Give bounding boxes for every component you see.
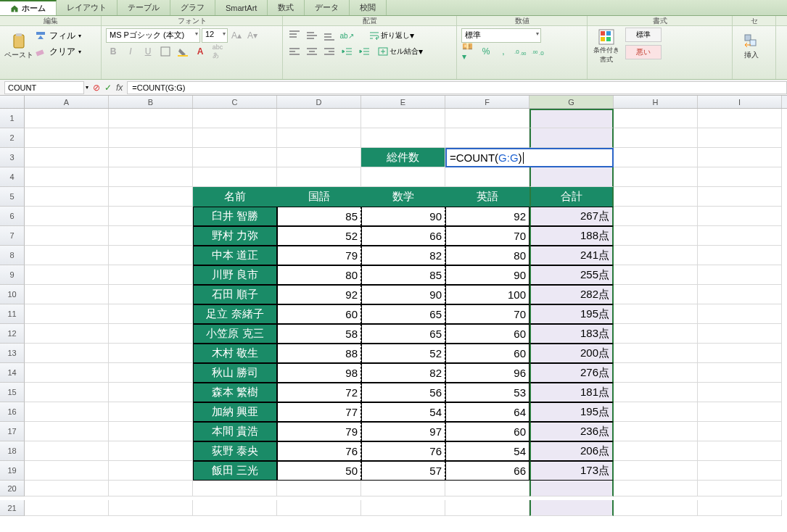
cell-C14[interactable]: 秋山 勝司 xyxy=(193,363,277,383)
col-A[interactable]: A xyxy=(25,96,109,108)
cell-I15[interactable] xyxy=(698,383,782,402)
cell-B14[interactable] xyxy=(109,363,193,383)
cell-F18[interactable]: 54 xyxy=(445,441,530,461)
cell-B18[interactable] xyxy=(109,441,193,461)
cell-E18[interactable]: 76 xyxy=(361,441,445,461)
cell-F13[interactable]: 60 xyxy=(445,344,530,363)
cell-G6[interactable]: 267点 xyxy=(530,207,614,226)
col-F[interactable]: F xyxy=(445,96,530,108)
cell-C20[interactable] xyxy=(193,481,277,496)
col-G[interactable]: G xyxy=(530,96,614,108)
phonetic-button[interactable]: abcあ xyxy=(210,45,225,58)
cell-F7[interactable]: 70 xyxy=(445,226,530,246)
cell-C21[interactable] xyxy=(193,500,277,516)
cell-G13[interactable]: 200点 xyxy=(530,344,614,363)
cell-I20[interactable] xyxy=(698,481,782,496)
cell-C18[interactable]: 荻野 泰央 xyxy=(193,441,277,461)
cell-G16[interactable]: 195点 xyxy=(530,402,614,422)
col-C[interactable]: C xyxy=(193,96,277,108)
cell-D13[interactable]: 88 xyxy=(277,344,361,363)
cell-B9[interactable] xyxy=(109,265,193,285)
cell-G12[interactable]: 183点 xyxy=(530,324,614,344)
row-1-header[interactable]: 1 xyxy=(0,109,25,128)
italic-button[interactable]: I xyxy=(123,45,138,58)
cell-G1[interactable] xyxy=(530,109,614,128)
font-name-select[interactable]: MS Pゴシック (本文) xyxy=(106,28,200,43)
cell-D17[interactable]: 79 xyxy=(277,422,361,441)
cell-H19[interactable] xyxy=(614,461,698,481)
conditional-format-button[interactable]: 条件付き書式 xyxy=(592,28,621,65)
cell-C7[interactable]: 野村 力弥 xyxy=(193,226,277,246)
col-I[interactable]: I xyxy=(698,96,782,108)
row-11-header[interactable]: 11 xyxy=(0,304,25,324)
cell-I14[interactable] xyxy=(698,363,782,383)
cell-D14[interactable]: 98 xyxy=(277,363,361,383)
cell-G20[interactable] xyxy=(530,481,614,496)
cell-D20[interactable] xyxy=(277,481,361,496)
row-8-header[interactable]: 8 xyxy=(0,246,25,265)
cell-B16[interactable] xyxy=(109,402,193,422)
row-4-header[interactable]: 4 xyxy=(0,167,25,187)
row-15-header[interactable]: 15 xyxy=(0,383,25,402)
cell-H14[interactable] xyxy=(614,363,698,383)
align-top-button[interactable] xyxy=(287,29,302,42)
cell-I6[interactable] xyxy=(698,207,782,226)
cell-B17[interactable] xyxy=(109,422,193,441)
cell-I8[interactable] xyxy=(698,246,782,265)
cell-B5[interactable] xyxy=(109,187,193,207)
align-center-button[interactable] xyxy=(305,45,319,58)
cell-H20[interactable] xyxy=(614,481,698,496)
cell-H15[interactable] xyxy=(614,383,698,402)
cell-H21[interactable] xyxy=(614,500,698,516)
cell-G17[interactable]: 236点 xyxy=(530,422,614,441)
cell-A15[interactable] xyxy=(25,383,109,402)
cell-H5[interactable] xyxy=(614,187,698,207)
cell-E11[interactable]: 65 xyxy=(361,304,445,324)
cell-G11[interactable]: 195点 xyxy=(530,304,614,324)
cell-F1[interactable] xyxy=(445,109,530,128)
grow-font-button[interactable]: A▴ xyxy=(229,29,244,42)
cell-B15[interactable] xyxy=(109,383,193,402)
name-box[interactable]: COUNT xyxy=(4,81,84,94)
tab-layout[interactable]: レイアウト xyxy=(57,0,118,15)
cell-D4[interactable] xyxy=(277,167,361,187)
decrease-decimal-button[interactable]: .00.0 xyxy=(531,45,545,58)
cell-E9[interactable]: 85 xyxy=(361,265,445,285)
cell-D1[interactable] xyxy=(277,109,361,128)
cell-A5[interactable] xyxy=(25,187,109,207)
border-button[interactable] xyxy=(158,45,173,58)
cell-B3[interactable] xyxy=(109,148,193,167)
cell-H16[interactable] xyxy=(614,402,698,422)
row-6-header[interactable]: 6 xyxy=(0,207,25,226)
cell-I11[interactable] xyxy=(698,304,782,324)
cell-I21[interactable] xyxy=(698,500,782,516)
cell-H13[interactable] xyxy=(614,344,698,363)
cell-I9[interactable] xyxy=(698,265,782,285)
cell-F16[interactable]: 64 xyxy=(445,402,530,422)
row-19-header[interactable]: 19 xyxy=(0,461,25,481)
row-13-header[interactable]: 13 xyxy=(0,344,25,363)
cell-A4[interactable] xyxy=(25,167,109,187)
cell-F10[interactable]: 100 xyxy=(445,285,530,304)
cell-A21[interactable] xyxy=(25,500,109,516)
cell-H6[interactable] xyxy=(614,207,698,226)
cell-E7[interactable]: 66 xyxy=(361,226,445,246)
merge-button[interactable]: セル結合▾ xyxy=(374,45,427,58)
align-middle-button[interactable] xyxy=(305,29,319,42)
cell-C1[interactable] xyxy=(193,109,277,128)
cell-G7[interactable]: 188点 xyxy=(530,226,614,246)
cell-F14[interactable]: 96 xyxy=(445,363,530,383)
cell-F3-edit[interactable]: =COUNT(G:G) xyxy=(445,148,614,167)
cell-G8[interactable]: 241点 xyxy=(530,246,614,265)
fill-color-button[interactable] xyxy=(176,45,190,58)
cell-F9[interactable]: 90 xyxy=(445,265,530,285)
cell-C16[interactable]: 加納 興亜 xyxy=(193,402,277,422)
indent-increase-button[interactable] xyxy=(357,45,371,58)
increase-decimal-button[interactable]: .0.00 xyxy=(514,45,528,58)
cell-E1[interactable] xyxy=(361,109,445,128)
cell-F15[interactable]: 53 xyxy=(445,383,530,402)
cell-H4[interactable] xyxy=(614,167,698,187)
cell-F19[interactable]: 66 xyxy=(445,461,530,481)
cell-E12[interactable]: 65 xyxy=(361,324,445,344)
cell-B4[interactable] xyxy=(109,167,193,187)
